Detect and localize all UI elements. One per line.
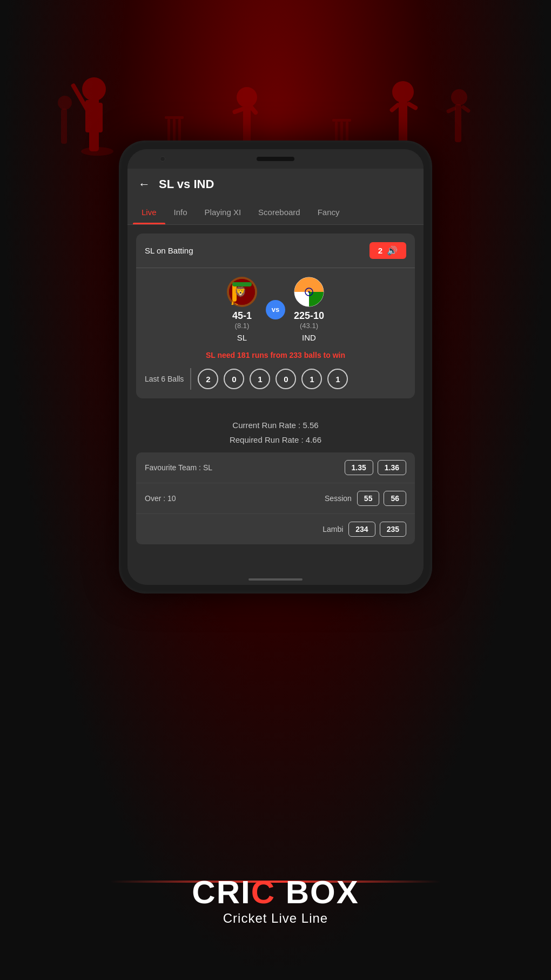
svg-rect-29 (61, 109, 67, 144)
svg-point-2 (82, 77, 106, 101)
tab-playing-xi[interactable]: Playing XI (196, 200, 250, 224)
phone-top-bar (127, 149, 424, 169)
required-run-rate: Required Run Rate : 4.66 (127, 432, 424, 447)
phone-bottom-bar (127, 574, 424, 585)
app-screen: ← SL vs IND Live Info Playing XI Scorebo… (127, 169, 424, 574)
bet-val-2-1[interactable]: 55 (357, 491, 380, 506)
team2-overs: (43.1) (294, 322, 324, 330)
brand-c-red: C (251, 874, 276, 910)
session-values: 55 56 (357, 491, 406, 506)
vs-badge: vs (266, 300, 285, 319)
svg-rect-4 (97, 103, 103, 132)
team1-name: SL (237, 333, 247, 342)
brand-subtitle: Cricket Live Line (0, 911, 551, 926)
lambi-values: 234 235 (348, 522, 406, 537)
svg-rect-26 (446, 106, 456, 114)
svg-rect-38 (232, 282, 252, 286)
tab-fancy[interactable]: Fancy (309, 200, 348, 224)
ball-2: 0 (224, 369, 244, 389)
svg-point-42 (308, 291, 310, 293)
phone-device: ← SL vs IND Live Info Playing XI Scorebo… (119, 141, 432, 594)
svg-rect-10 (406, 101, 418, 111)
score-section: 🦁 45-1 (8.1) SL vs (145, 277, 406, 342)
bet-val-3-2[interactable]: 235 (380, 522, 406, 537)
balls-divider (190, 368, 191, 390)
bet-val-2-2[interactable]: 56 (384, 491, 406, 506)
phone-speaker (257, 157, 294, 161)
ind-flag (294, 277, 324, 307)
brand-title: CRIC BOX (0, 874, 551, 911)
svg-rect-23 (332, 119, 351, 122)
ball-4: 0 (276, 369, 296, 389)
svg-point-13 (237, 87, 257, 108)
card-divider (136, 268, 415, 268)
svg-text:🦁: 🦁 (234, 286, 247, 298)
over-label: Over : 10 (145, 494, 176, 503)
betting-row-2: Over : 10 Session 55 56 (136, 483, 415, 514)
bet-val-1-2[interactable]: 1.36 (378, 460, 406, 475)
speaker-icon: 🔊 (387, 245, 398, 256)
team1-block: 🦁 45-1 (8.1) SL (227, 277, 257, 342)
app-header: ← SL vs IND (127, 169, 424, 200)
back-button[interactable]: ← (138, 177, 150, 191)
match-card: SL on Batting 2 🔊 (136, 234, 415, 398)
brand-cri: CRI (192, 874, 251, 910)
betting-section: Favourite Team : SL 1.35 1.36 Over : 10 … (136, 452, 415, 544)
svg-rect-25 (455, 104, 461, 142)
tab-live[interactable]: Live (133, 200, 165, 224)
favourite-team-values: 1.35 1.36 (345, 460, 407, 475)
betting-row-1: Favourite Team : SL 1.35 1.36 (136, 452, 415, 483)
batting-label: SL on Batting (145, 246, 193, 255)
balls-list: 2 0 1 0 1 1 (198, 369, 348, 389)
tab-scoreboard[interactable]: Scoreboard (250, 200, 309, 224)
live-badge: 2 🔊 (369, 242, 406, 259)
match-title: SL vs IND (159, 177, 214, 191)
team2-name: IND (302, 333, 316, 342)
current-run-rate: Current Run Rate : 5.56 (127, 418, 424, 432)
lambi-label: Lambi (322, 525, 343, 534)
svg-point-30 (59, 0, 492, 135)
bet-val-1-1[interactable]: 1.35 (345, 460, 373, 475)
svg-point-28 (58, 96, 72, 110)
tab-bar: Live Info Playing XI Scoreboard Fancy (127, 200, 424, 225)
svg-rect-27 (461, 105, 471, 114)
phone-camera (160, 156, 165, 162)
live-number: 2 (378, 246, 382, 255)
ball-6: 1 (327, 369, 348, 389)
run-rates: Current Run Rate : 5.56 Required Run Rat… (127, 407, 424, 452)
team2-block: 225-10 (43.1) IND (294, 277, 324, 342)
ball-3: 1 (250, 369, 270, 389)
tab-info[interactable]: Info (165, 200, 196, 224)
balls-section: Last 6 Balls 2 0 1 0 1 1 (145, 368, 406, 390)
team1-overs: (8.1) (232, 322, 252, 330)
match-card-header: SL on Batting 2 🔊 (145, 242, 406, 259)
balls-label: Last 6 Balls (145, 375, 184, 383)
ball-5: 1 (301, 369, 322, 389)
ball-1: 2 (198, 369, 218, 389)
team1-score: 45-1 (232, 310, 252, 322)
svg-point-8 (392, 81, 414, 103)
bet-val-3-1[interactable]: 234 (348, 522, 375, 537)
svg-rect-19 (165, 116, 184, 119)
favourite-team-label: Favourite Team : SL (145, 463, 212, 472)
team2-score: 225-10 (294, 310, 324, 322)
brand-box: BOX (276, 874, 359, 910)
betting-row-3: Lambi 234 235 (136, 514, 415, 544)
home-indicator (248, 578, 303, 581)
sl-flag: 🦁 (227, 277, 257, 307)
session-label: Session (325, 494, 352, 503)
branding-section: CRIC BOX Cricket Live Line (0, 874, 551, 926)
match-status: SL need 181 runs from 233 balls to win (145, 351, 406, 359)
svg-point-24 (451, 89, 467, 105)
